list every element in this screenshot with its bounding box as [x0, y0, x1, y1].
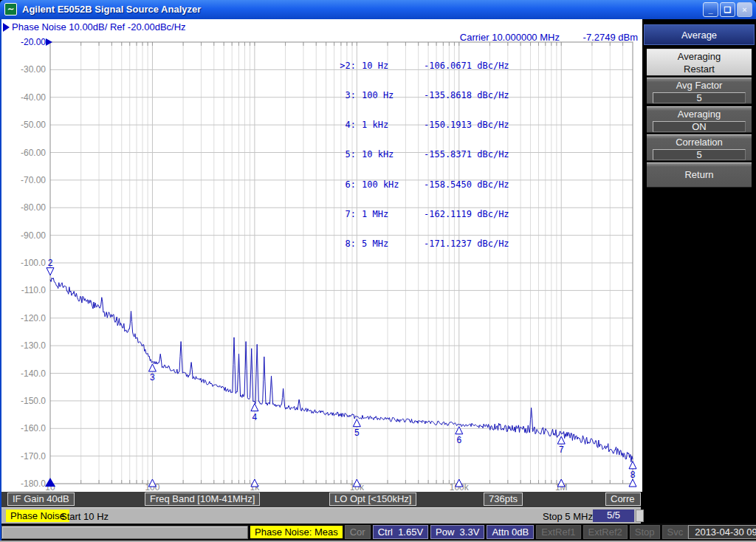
attenuator-badge: Attn 0dB: [487, 525, 534, 539]
correlation-value: 5: [653, 149, 746, 160]
trace-scale-label: Phase Noise 10.00dB/ Ref -20.00dBc/Hz: [3, 21, 186, 32]
close-button: ×: [737, 2, 752, 17]
marker-row: 6:100 kHz-158.5450 dBc/Hz: [335, 180, 509, 190]
svg-text:7: 7: [559, 445, 564, 455]
svg-text:-100.0: -100.0: [21, 258, 46, 268]
svg-text:8: 8: [630, 470, 636, 480]
svg-text:-80.00: -80.00: [21, 202, 46, 213]
average-progress-box: [636, 510, 644, 522]
averaging-restart-button[interactable]: Averaging Restart: [647, 49, 752, 76]
svg-text:-40.00: -40.00: [21, 92, 46, 103]
marker-row: 7:1 MHz-162.1119 dBc/Hz: [335, 210, 509, 219]
svg-text:-90.00: -90.00: [21, 230, 46, 241]
svg-text:-180.0: -180.0: [21, 478, 46, 489]
minimize-button[interactable]: _: [703, 2, 718, 17]
svg-text:-110.0: -110.0: [21, 285, 46, 295]
active-mode-badge: Phase Noise: [6, 510, 69, 522]
measurement-status-bar: IF Gain 40dB Freq Band [10M-41MHz] LO Op…: [1, 492, 641, 507]
svc-indicator: Svc: [662, 525, 689, 539]
datetime-display: 2013-04-30 09:48: [688, 525, 756, 539]
sweep-start-label: Start 10 Hz: [61, 511, 109, 522]
averaging-state-value: ON: [653, 121, 746, 132]
measurement-state-badge: Phase Noise: Meas: [250, 526, 343, 538]
softkey-menu: Average Averaging Restart Avg Factor 5 A…: [642, 19, 756, 524]
ctrl-voltage-badge: Ctrl 1.65V: [373, 525, 428, 539]
svg-text:5: 5: [354, 428, 360, 438]
app-icon: ∼: [4, 3, 17, 16]
extref2-indicator: ExtRef2: [583, 525, 628, 539]
points-status: 736pts: [484, 493, 523, 506]
instrument-taskbar: Phase Noise: Meas Cor Ctrl 1.65V Pow 3.3…: [0, 524, 756, 541]
svg-text:-140.0: -140.0: [21, 368, 46, 379]
if-gain-status: IF Gain 40dB: [7, 493, 75, 506]
power-voltage-badge: Pow 3.3V: [430, 525, 484, 539]
marker-row: 4:1 kHz-150.1913 dBc/Hz: [335, 120, 509, 130]
window-titlebar: ∼ Agilent E5052B Signal Source Analyzer …: [0, 0, 756, 19]
marker-row: 3:100 Hz-135.8618 dBc/Hz: [335, 91, 509, 100]
carrier-power: -7.2749 dBm: [583, 32, 638, 43]
restore-button[interactable]: ❏: [720, 2, 735, 17]
svg-text:-30.00: -30.00: [21, 64, 46, 75]
message-area: [1, 526, 248, 539]
lo-opt-status: LO Opt [<150kHz]: [329, 493, 416, 506]
stop-indicator: Stop: [630, 525, 660, 539]
svg-text:-120.0: -120.0: [21, 313, 46, 323]
marker-row: 8:5 MHz-171.1237 dBc/Hz: [335, 239, 509, 249]
analyzer-screen: ∼ Agilent E5052B Signal Source Analyzer …: [0, 0, 756, 542]
window-title: Agilent E5052B Signal Source Analyzer: [22, 4, 201, 15]
marker-table: >2:10 Hz-106.0671 dBc/Hz 3:100 Hz-135.86…: [335, 41, 509, 269]
svg-text:-20.00: -20.00: [21, 37, 46, 47]
svg-text:-170.0: -170.0: [21, 451, 46, 462]
svg-text:4: 4: [252, 412, 258, 422]
phase-noise-chart: -20.00-30.00-40.00-50.00-60.00-70.00-80.…: [1, 19, 642, 492]
average-count-badge: 5/5: [593, 510, 634, 522]
avg-factor-value: 5: [653, 92, 746, 103]
active-trace-icon: [3, 23, 10, 32]
svg-text:-70.00: -70.00: [21, 175, 46, 185]
menu-title: Average: [644, 24, 755, 45]
svg-text:-150.0: -150.0: [21, 396, 46, 406]
phase-noise-plot: -20.00-30.00-40.00-50.00-60.00-70.00-80.…: [1, 19, 642, 492]
freq-band-status: Freq Band [10M-41MHz]: [145, 493, 260, 506]
marker-row: 5:10 kHz-155.8371 dBc/Hz: [335, 150, 509, 159]
marker-row: >2:10 Hz-106.0671 dBc/Hz: [335, 61, 509, 71]
svg-text:2: 2: [48, 258, 53, 268]
svg-text:6: 6: [456, 435, 461, 445]
return-button[interactable]: Return: [647, 162, 752, 188]
extref1-indicator: ExtRef1: [536, 525, 580, 539]
averaging-toggle-button[interactable]: Averaging ON: [647, 106, 752, 133]
correlation-button[interactable]: Correlation 5: [647, 134, 752, 161]
svg-text:-60.00: -60.00: [21, 148, 46, 158]
correlation-indicator: Cor: [345, 525, 371, 539]
window-left-edge: [0, 19, 1, 541]
svg-text:3: 3: [150, 372, 155, 383]
avg-factor-button[interactable]: Avg Factor 5: [647, 78, 752, 104]
svg-text:-130.0: -130.0: [21, 340, 46, 351]
sweep-stop-label: Stop 5 MHz: [543, 511, 593, 522]
svg-text:-160.0: -160.0: [21, 423, 46, 433]
svg-text:-50.00: -50.00: [21, 120, 46, 130]
correlation-status: Corre 5: [605, 493, 641, 506]
sweep-status-bar: Phase Noise Start 10 Hz Stop 5 MHz 5/5: [1, 507, 641, 524]
